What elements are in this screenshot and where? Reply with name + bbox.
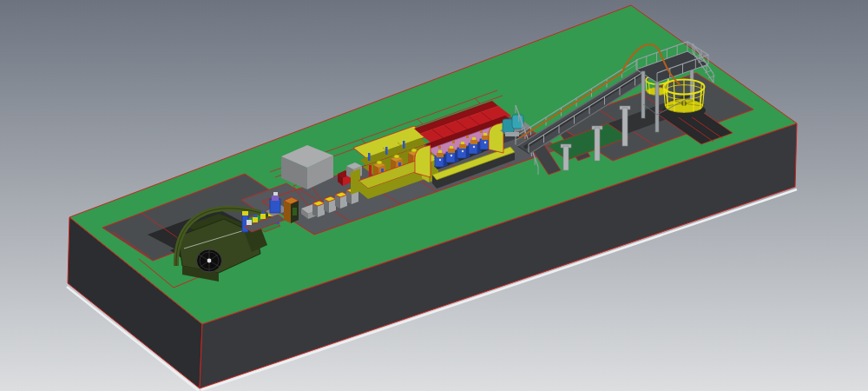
platform-leg: [655, 83, 659, 132]
equipment-part: [253, 215, 257, 217]
pink-wall-detail: [480, 130, 483, 133]
gear-cap: [394, 155, 399, 158]
equipment-part: [253, 217, 258, 222]
stand-dot: [473, 146, 475, 148]
pink-wall-detail: [452, 141, 455, 143]
hood-post: [385, 147, 388, 155]
cabinet: [312, 201, 325, 217]
stand-cap: [483, 133, 487, 136]
hood-post: [368, 153, 371, 161]
stand-body: [469, 143, 477, 154]
stand-dot: [462, 150, 464, 152]
equipment-part: [247, 220, 252, 225]
stand-top: [448, 149, 455, 153]
blue-unit-body: [270, 199, 280, 213]
stand-cap: [461, 142, 464, 144]
stand-body: [435, 156, 444, 167]
cabinet: [335, 192, 347, 209]
blue-column-cap: [242, 211, 248, 215]
platform-leg: [641, 71, 645, 118]
gear-cap: [377, 161, 382, 164]
control-cabinet: control cabinet: [284, 197, 299, 223]
stand-dot: [439, 159, 441, 161]
cabinet: [324, 196, 336, 213]
pier: [563, 146, 569, 170]
stand-body: [446, 152, 455, 162]
blue-unit-top: [272, 196, 279, 201]
disc-hub: [207, 259, 212, 263]
pink-wall-detail: [438, 146, 441, 149]
gear-cap: [411, 149, 417, 152]
blue-unit-cap: [273, 192, 278, 196]
stand-top: [482, 136, 489, 140]
pier: [622, 108, 628, 146]
cabinet-screen: [293, 208, 297, 215]
stand-top: [437, 153, 444, 157]
equipment-part: [261, 211, 265, 214]
cad-render-canvas: foundation block machine line platform: [0, 0, 868, 391]
stand-cap: [472, 137, 476, 140]
red-bar: [369, 165, 372, 176]
cabinet-left: [284, 201, 291, 223]
gear-blue-bit: [398, 162, 401, 166]
stand-dot: [450, 155, 452, 156]
pier: [595, 128, 600, 161]
hood-post: [403, 141, 405, 149]
equipment-part: [260, 214, 266, 219]
stand-top: [470, 140, 477, 144]
stand-body: [480, 139, 489, 149]
stand-body: [457, 148, 466, 158]
gear-blue-bit: [381, 169, 384, 172]
stand-cap: [450, 146, 453, 149]
stand-dot: [484, 142, 486, 143]
pink-wall-detail: [466, 136, 469, 138]
stand-top: [459, 144, 466, 149]
stand-cap: [438, 150, 442, 153]
